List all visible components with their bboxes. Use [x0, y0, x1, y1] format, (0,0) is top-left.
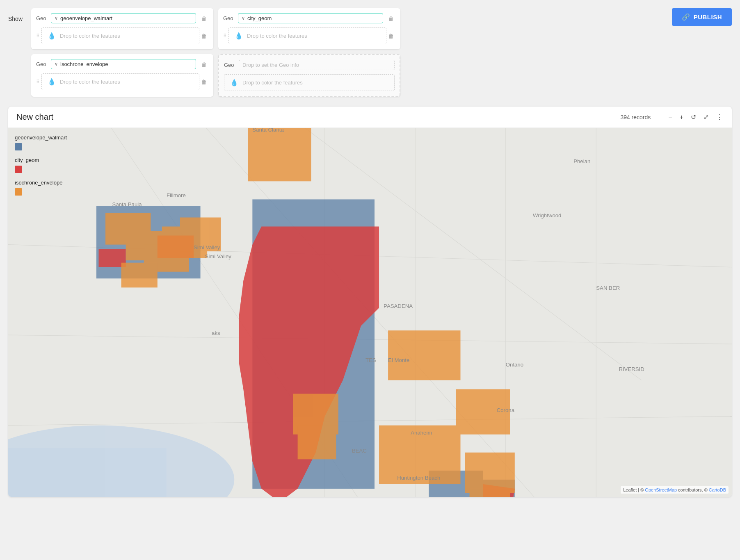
svg-text:BEAC: BEAC — [352, 448, 367, 454]
svg-text:Fillmore: Fillmore — [167, 192, 186, 198]
svg-rect-32 — [298, 426, 336, 460]
legend-title-0: geoenvelope_walmart — [15, 134, 67, 141]
svg-text:Simi Valley: Simi Valley — [205, 253, 232, 260]
refresh-button[interactable]: ↺ — [690, 112, 697, 122]
svg-rect-19 — [248, 128, 311, 181]
drag-handle-icon: ⠿ — [36, 79, 40, 85]
card-2-field-select[interactable]: ∨ city_geom — [238, 13, 383, 23]
svg-rect-25 — [121, 263, 158, 288]
color-drop-icon: 💧 — [230, 79, 238, 87]
svg-text:SAN BER: SAN BER — [596, 285, 620, 291]
svg-rect-30 — [470, 489, 510, 497]
chart-controls: − + ↺ ⤢ ⋮ — [667, 112, 724, 122]
chart-title: New chart — [16, 112, 53, 122]
layer-card-1: Geo ∨ geoenvelope_walmart 🗑 ⠿ 💧 Drop to … — [31, 8, 213, 49]
legend-item-2: isochrone_envelope — [15, 180, 67, 196]
drag-handle-icon: ⠿ — [36, 33, 40, 39]
svg-text:PASADENA: PASADENA — [384, 303, 413, 309]
card-1-field-select[interactable]: ∨ geoenvelope_walmart — [51, 13, 196, 23]
top-area: Show Geo ∨ geoenvelope_walmart 🗑 ⠿ 💧 Dro… — [8, 8, 732, 97]
legend-title-2: isochrone_envelope — [15, 180, 67, 186]
card-2-drop-label: Drop to color the features — [247, 33, 307, 39]
card-2-delete-icon[interactable]: 🗑 — [386, 14, 395, 23]
card-3-drop-row: ⠿ 💧 Drop to color the features 🗑 — [36, 73, 208, 90]
chart-header: New chart 394 records − + ↺ ⤢ ⋮ — [8, 107, 732, 128]
layer-card-2: Geo ∨ city_geom 🗑 ⠿ 💧 Drop to color the … — [218, 8, 400, 49]
layer-card-3: Geo ∨ isochrone_envelope 🗑 ⠿ 💧 Drop to c… — [31, 54, 213, 97]
svg-text:Simi Valley: Simi Valley — [194, 244, 220, 250]
chart-meta: 394 records − + ↺ ⤢ ⋮ — [620, 112, 724, 122]
svg-text:Anaheim: Anaheim — [411, 430, 432, 436]
records-count: 394 records — [620, 114, 659, 121]
card-2-row-delete[interactable]: 🗑 — [386, 32, 395, 40]
card-3-drop-label: Drop to color the features — [60, 79, 120, 85]
cartodb-link[interactable]: CartoDB — [709, 487, 726, 492]
card-2-color-drop[interactable]: 💧 Drop to color the features — [228, 27, 386, 44]
card-4-geo-placeholder: Drop to set the Geo info — [242, 62, 299, 68]
chevron-down-icon: ∨ — [55, 16, 58, 21]
color-drop-icon: 💧 — [235, 32, 243, 40]
card-4-geo-drop[interactable]: Drop to set the Geo info — [239, 60, 395, 70]
card-4-header: Geo Drop to set the Geo info — [224, 60, 395, 70]
svg-rect-2 — [8, 448, 167, 497]
svg-text:aks: aks — [212, 330, 220, 336]
card-2-drop-row: ⠿ 💧 Drop to color the features 🗑 — [223, 27, 395, 44]
more-button[interactable]: ⋮ — [715, 112, 724, 122]
svg-text:Phelan: Phelan — [573, 158, 590, 164]
card-3-geo-label: Geo — [36, 61, 48, 67]
svg-text:Corona: Corona — [497, 407, 515, 413]
card-1-geo-label: Geo — [36, 15, 48, 21]
svg-text:Ontario: Ontario — [506, 362, 523, 368]
drag-handle-icon: ⠿ — [223, 33, 227, 39]
card-4-drop-row: 💧 Drop to color the features — [224, 74, 395, 91]
card-3-field-select[interactable]: ∨ isochrone_envelope — [51, 59, 196, 69]
card-1-drop-label: Drop to color the features — [60, 33, 120, 39]
card-3-header: Geo ∨ isochrone_envelope 🗑 — [36, 59, 208, 69]
svg-rect-26 — [388, 330, 460, 380]
card-1-row-delete[interactable]: 🗑 — [199, 32, 208, 40]
map-attribution: Leaflet | © OpenStreetMap contributors, … — [621, 486, 729, 494]
color-drop-icon: 💧 — [48, 78, 56, 86]
legend-swatch-1 — [15, 166, 22, 173]
card-3-row-delete[interactable]: 🗑 — [199, 78, 208, 86]
card-4-color-drop[interactable]: 💧 Drop to color the features — [224, 74, 395, 91]
card-4-geo-label: Geo — [224, 62, 235, 68]
chevron-down-icon: ∨ — [242, 16, 245, 21]
publish-button[interactable]: 🔗 PUBLISH — [672, 8, 732, 26]
leaflet-text: Leaflet | © — [623, 487, 645, 492]
svg-text:Santa Paula: Santa Paula — [112, 201, 142, 207]
map-container[interactable]: geoenvelope_walmart city_geom isochrone_… — [8, 128, 732, 497]
svg-text:Santa Clarita: Santa Clarita — [252, 128, 284, 133]
svg-text:Huntington Beach: Huntington Beach — [397, 475, 440, 481]
chart-panel: New chart 394 records − + ↺ ⤢ ⋮ geoenvel… — [8, 107, 732, 497]
map-background[interactable]: Fillmore Santa Clarita Santa Paula Simi … — [8, 128, 732, 497]
card-1-color-drop[interactable]: 💧 Drop to color the features — [41, 27, 199, 44]
card-2-header: Geo ∨ city_geom 🗑 — [223, 13, 395, 23]
card-1-header: Geo ∨ geoenvelope_walmart 🗑 — [36, 13, 208, 23]
zoom-in-button[interactable]: + — [679, 113, 684, 122]
card-1-delete-icon[interactable]: 🗑 — [199, 14, 208, 23]
card-3-delete-icon[interactable]: 🗑 — [199, 60, 208, 68]
svg-text:El Monte: El Monte — [388, 357, 409, 363]
osm-link[interactable]: OpenStreetMap — [645, 487, 677, 492]
svg-rect-29 — [465, 453, 515, 493]
svg-text:RIVERSID: RIVERSID — [619, 366, 644, 372]
card-4-drop-label: Drop to color the features — [242, 80, 303, 86]
fullscreen-button[interactable]: ⤢ — [703, 112, 710, 122]
zoom-out-button[interactable]: − — [667, 113, 673, 122]
card-1-drop-row: ⠿ 💧 Drop to color the features 🗑 — [36, 27, 208, 44]
card-1-field-value: geoenvelope_walmart — [60, 15, 112, 21]
legend-item-1: city_geom — [15, 157, 67, 173]
legend-item-0: geoenvelope_walmart — [15, 134, 67, 150]
color-drop-icon: 💧 — [48, 32, 56, 40]
map-svg: Fillmore Santa Clarita Santa Paula Simi … — [8, 128, 732, 497]
legend-title-1: city_geom — [15, 157, 67, 163]
card-3-field-value: isochrone_envelope — [60, 61, 108, 67]
svg-text:Wrightwood: Wrightwood — [533, 212, 562, 219]
card-2-field-value: city_geom — [247, 15, 272, 21]
card-3-color-drop[interactable]: 💧 Drop to color the features — [41, 73, 199, 90]
svg-text:TES: TES — [365, 357, 376, 363]
map-legend: geoenvelope_walmart city_geom isochrone_… — [15, 134, 67, 202]
publish-icon: 🔗 — [682, 13, 690, 21]
publish-label: PUBLISH — [694, 14, 722, 20]
